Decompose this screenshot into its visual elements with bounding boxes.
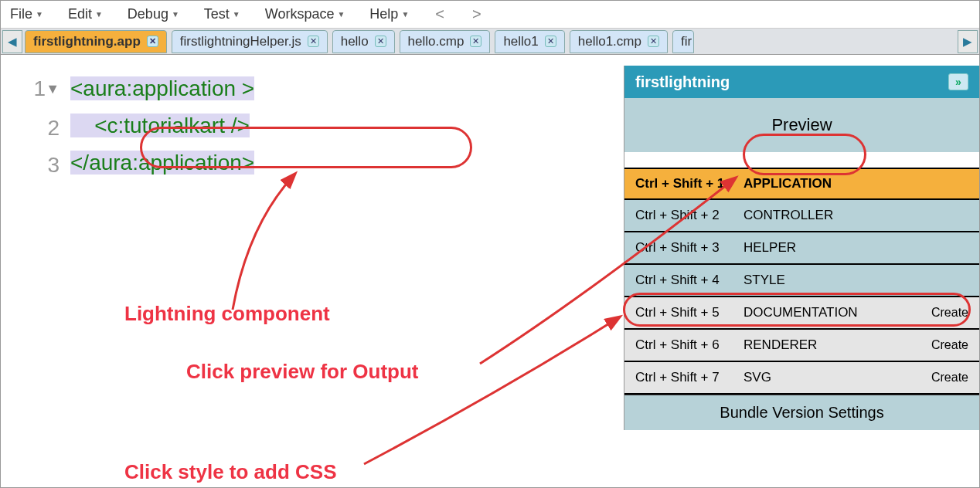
nav-back[interactable]: < [429, 5, 451, 23]
menu-help-label: Help [369, 6, 398, 22]
chevron-down-icon: ▼ [337, 10, 345, 19]
tab-label: firstlightning.app [33, 34, 141, 49]
panel-title: firstlightning [635, 73, 730, 91]
bundle-row-renderer[interactable]: Ctrl + Shift + 6 RENDERER Create [624, 330, 979, 362]
tab-label: hello1.cmp [578, 34, 641, 49]
bundle-row-svg[interactable]: Ctrl + Shift + 7 SVG Create [624, 362, 979, 395]
shortcut-label: Ctrl + Shift + 1 [635, 176, 744, 191]
bundle-label: SVG [744, 370, 931, 385]
close-icon[interactable]: ✕ [147, 36, 158, 47]
shortcut-label: Ctrl + Shift + 4 [635, 273, 744, 288]
shortcut-label: Ctrl + Shift + 2 [635, 208, 744, 223]
bundle-label: HELPER [744, 240, 968, 256]
chevron-down-icon: ▼ [233, 10, 240, 19]
tab-label: hello1 [503, 34, 538, 49]
fold-icon[interactable]: ▼ [46, 70, 60, 107]
bundle-row-application[interactable]: Ctrl + Shift + 1 APPLICATION [624, 168, 979, 200]
menu-help[interactable]: Help▼ [365, 3, 413, 25]
tab-hello[interactable]: hello✕ [332, 30, 395, 53]
tab-firstlightninghelper-js[interactable]: firstlightningHelper.js✕ [172, 30, 328, 53]
shortcut-label: Ctrl + Shift + 6 [635, 337, 744, 353]
code-line-2: <c:tutorialkart /> [94, 114, 250, 137]
preview-button[interactable]: Preview [624, 98, 979, 152]
chevron-down-icon: ▼ [95, 10, 103, 19]
bundle-label: APPLICATION [744, 176, 968, 191]
menu-debug[interactable]: Debug▼ [123, 3, 184, 25]
menu-debug-label: Debug [128, 6, 168, 22]
panel-header: firstlightning » [624, 66, 979, 98]
bundle-row-documentation[interactable]: Ctrl + Shift + 5 DOCUMENTATION Create [624, 297, 979, 330]
tab-scroll-left[interactable]: ◀ [2, 30, 22, 53]
shortcut-label: Ctrl + Shift + 7 [635, 370, 744, 385]
chevron-right-icon: > [472, 5, 481, 22]
preview-label: Preview [771, 115, 832, 135]
chevron-down-icon: ▼ [401, 10, 409, 19]
side-panel: firstlightning » Preview Ctrl + Shift + … [624, 66, 979, 430]
tab-label: hello [341, 34, 369, 49]
tab-hello-cmp[interactable]: hello.cmp✕ [400, 30, 491, 53]
footer-label: Bundle Version Settings [720, 404, 883, 422]
bundle-row-helper[interactable]: Ctrl + Shift + 3 HELPER [624, 232, 979, 265]
menu-file-label: File [10, 6, 32, 22]
tab-scroll-right[interactable]: ▶ [958, 30, 978, 53]
close-icon[interactable]: ✕ [308, 36, 319, 47]
bundle-label: DOCUMENTATION [744, 305, 931, 320]
close-icon[interactable]: ✕ [470, 36, 481, 47]
menu-workspace[interactable]: Workspace▼ [260, 3, 350, 25]
bundle-version-settings[interactable]: Bundle Version Settings [624, 395, 979, 430]
menu-workspace-label: Workspace [265, 6, 335, 22]
shortcut-label: Ctrl + Shift + 5 [635, 305, 744, 320]
menu-edit-label: Edit [68, 6, 92, 22]
gutter-line-1: 1▼ [1, 70, 60, 110]
chevron-down-icon: ▼ [36, 10, 43, 19]
bundle-table: Ctrl + Shift + 1 APPLICATION Ctrl + Shif… [624, 168, 979, 395]
menu-test[interactable]: Test▼ [199, 3, 245, 25]
annotation-style: Click style to add CSS [124, 460, 337, 484]
expand-icon[interactable]: » [948, 73, 968, 90]
gutter-line-3: 3 [1, 147, 60, 184]
gutter: 1▼ 2 3 [1, 70, 70, 430]
tab-label: fir [681, 34, 692, 49]
chevron-left-icon: < [435, 5, 444, 22]
code-editor[interactable]: 1▼ 2 3 <aura:application > <c:tutorialka… [1, 55, 624, 430]
close-icon[interactable]: ✕ [375, 36, 386, 47]
chevron-down-icon: ▼ [172, 10, 179, 19]
create-link[interactable]: Create [931, 306, 968, 320]
shortcut-label: Ctrl + Shift + 3 [635, 240, 744, 256]
menubar: File▼ Edit▼ Debug▼ Test▼ Workspace▼ Help… [1, 1, 979, 29]
bundle-row-controller[interactable]: Ctrl + Shift + 2 CONTROLLER [624, 200, 979, 232]
menu-test-label: Test [204, 6, 230, 22]
tab-hello1[interactable]: hello1✕ [495, 30, 564, 53]
tab-hello1-cmp[interactable]: hello1.cmp✕ [570, 30, 668, 53]
bundle-label: STYLE [744, 273, 968, 288]
code-line-1: <aura:application > [70, 76, 254, 100]
bundle-label: RENDERER [744, 337, 931, 353]
tab-overflow[interactable]: fir [672, 30, 694, 53]
tab-label: hello.cmp [408, 34, 464, 49]
gutter-line-2: 2 [1, 110, 60, 147]
main-split: 1▼ 2 3 <aura:application > <c:tutorialka… [1, 55, 979, 430]
menu-file[interactable]: File▼ [5, 3, 48, 25]
bundle-row-style[interactable]: Ctrl + Shift + 4 STYLE [624, 265, 979, 297]
close-icon[interactable]: ✕ [545, 36, 556, 47]
bundle-label: CONTROLLER [744, 208, 968, 223]
create-link[interactable]: Create [931, 338, 968, 352]
tabbar: ◀ firstlightning.app✕ firstlightningHelp… [1, 29, 979, 55]
code-area[interactable]: <aura:application > <c:tutorialkart /> <… [70, 70, 254, 430]
tab-firstlightning-app[interactable]: firstlightning.app✕ [25, 30, 167, 53]
menu-edit[interactable]: Edit▼ [63, 3, 107, 25]
nav-forward[interactable]: > [466, 5, 488, 23]
close-icon[interactable]: ✕ [648, 36, 659, 47]
code-line-3: </aura:application> [70, 151, 254, 175]
create-link[interactable]: Create [931, 371, 968, 385]
tab-label: firstlightningHelper.js [180, 34, 301, 49]
